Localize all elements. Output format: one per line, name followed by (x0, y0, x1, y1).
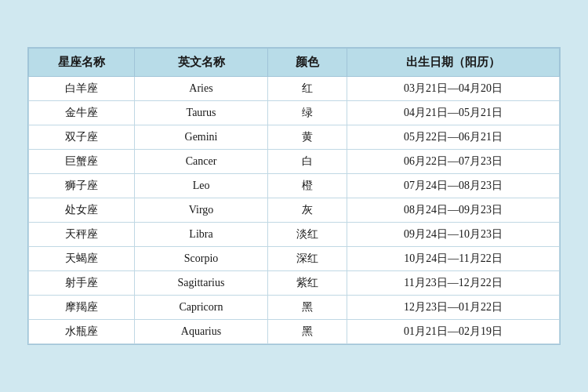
cell-zh-name: 狮子座 (29, 174, 135, 198)
table-row: 天蝎座Scorpio深红10月24日—11月22日 (29, 247, 560, 271)
cell-color: 橙 (267, 174, 347, 198)
table-row: 巨蟹座Cancer白06月22日—07月23日 (29, 150, 560, 174)
cell-color: 黑 (267, 320, 347, 344)
cell-zh-name: 摩羯座 (29, 296, 135, 320)
table-body: 白羊座Aries红03月21日—04月20日金牛座Taurus绿04月21日—0… (29, 77, 560, 344)
table-row: 天秤座Libra淡红09月24日—10月23日 (29, 223, 560, 247)
cell-color: 黄 (267, 125, 347, 150)
header-color: 颜色 (267, 49, 347, 77)
cell-en-name: Capricorn (135, 296, 267, 320)
cell-color: 灰 (267, 198, 347, 223)
table-row: 白羊座Aries红03月21日—04月20日 (29, 77, 560, 101)
cell-en-name: Leo (135, 174, 267, 198)
cell-color: 红 (267, 77, 347, 101)
cell-zh-name: 白羊座 (29, 77, 135, 101)
cell-date: 03月21日—04月20日 (347, 77, 560, 101)
header-date: 出生日期（阳历） (347, 49, 560, 77)
cell-zh-name: 巨蟹座 (29, 150, 135, 174)
cell-date: 11月23日—12月22日 (347, 271, 560, 296)
cell-date: 06月22日—07月23日 (347, 150, 560, 174)
cell-color: 深红 (267, 247, 347, 271)
cell-date: 09月24日—10月23日 (347, 223, 560, 247)
cell-zh-name: 水瓶座 (29, 320, 135, 344)
cell-date: 05月22日—06月21日 (347, 125, 560, 150)
cell-date: 04月21日—05月21日 (347, 101, 560, 125)
cell-zh-name: 处女座 (29, 198, 135, 223)
cell-zh-name: 双子座 (29, 125, 135, 150)
cell-en-name: Taurus (135, 101, 267, 125)
zodiac-table: 星座名称 英文名称 颜色 出生日期（阳历） 白羊座Aries红03月21日—04… (28, 48, 560, 344)
table-row: 双子座Gemini黄05月22日—06月21日 (29, 125, 560, 150)
cell-en-name: Aquarius (135, 320, 267, 344)
table-row: 处女座Virgo灰08月24日—09月23日 (29, 198, 560, 223)
cell-color: 紫红 (267, 271, 347, 296)
cell-en-name: Libra (135, 223, 267, 247)
cell-en-name: Scorpio (135, 247, 267, 271)
table-header-row: 星座名称 英文名称 颜色 出生日期（阳历） (29, 49, 560, 77)
cell-color: 淡红 (267, 223, 347, 247)
cell-zh-name: 天蝎座 (29, 247, 135, 271)
table-row: 射手座Sagittarius紫红11月23日—12月22日 (29, 271, 560, 296)
cell-date: 07月24日—08月23日 (347, 174, 560, 198)
cell-date: 08月24日—09月23日 (347, 198, 560, 223)
cell-color: 白 (267, 150, 347, 174)
cell-en-name: Cancer (135, 150, 267, 174)
cell-en-name: Aries (135, 77, 267, 101)
table-row: 金牛座Taurus绿04月21日—05月21日 (29, 101, 560, 125)
cell-zh-name: 射手座 (29, 271, 135, 296)
cell-color: 黑 (267, 296, 347, 320)
header-zh-name: 星座名称 (29, 49, 135, 77)
cell-en-name: Virgo (135, 198, 267, 223)
cell-en-name: Sagittarius (135, 271, 267, 296)
table-row: 摩羯座Capricorn黑12月23日—01月22日 (29, 296, 560, 320)
cell-color: 绿 (267, 101, 347, 125)
cell-date: 12月23日—01月22日 (347, 296, 560, 320)
table-row: 水瓶座Aquarius黑01月21日—02月19日 (29, 320, 560, 344)
cell-en-name: Gemini (135, 125, 267, 150)
header-en-name: 英文名称 (135, 49, 267, 77)
table-row: 狮子座Leo橙07月24日—08月23日 (29, 174, 560, 198)
cell-date: 01月21日—02月19日 (347, 320, 560, 344)
cell-zh-name: 金牛座 (29, 101, 135, 125)
zodiac-table-container: 星座名称 英文名称 颜色 出生日期（阳历） 白羊座Aries红03月21日—04… (27, 47, 561, 345)
cell-date: 10月24日—11月22日 (347, 247, 560, 271)
cell-zh-name: 天秤座 (29, 223, 135, 247)
